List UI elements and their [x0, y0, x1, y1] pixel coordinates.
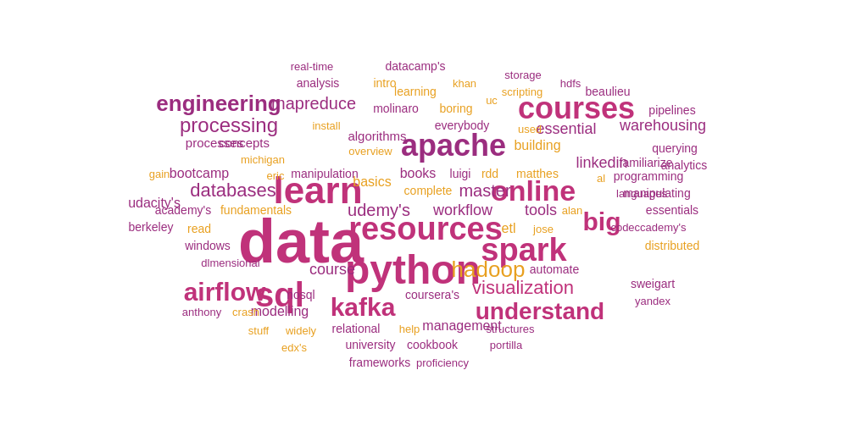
word-item: udacity's	[128, 196, 181, 211]
word-item: intro	[373, 76, 396, 90]
word-item: algorithms	[348, 129, 406, 143]
word-item: real-time	[291, 60, 334, 73]
word-item: essential	[536, 120, 596, 138]
word-item: nosql	[287, 288, 314, 301]
word-item: jose	[533, 223, 554, 235]
word-item: building	[514, 138, 560, 153]
word-item: yandex	[635, 295, 670, 307]
word-item: manipulation	[291, 167, 358, 180]
word-item: read	[187, 222, 211, 235]
word-item: structures	[486, 323, 534, 335]
word-item: databases	[190, 180, 276, 202]
word-item: essentials	[646, 203, 698, 217]
word-item: proficiency	[416, 356, 469, 369]
word-item: engineering	[156, 91, 281, 117]
word-item: portilla	[490, 339, 522, 351]
word-item: processing	[180, 113, 278, 137]
word-item: complete	[404, 184, 453, 197]
word-item: coursera's	[405, 288, 459, 301]
word-item: master	[459, 181, 510, 201]
word-item: cookbook	[407, 338, 458, 351]
word-item: programming	[614, 169, 683, 183]
word-item: luigi	[450, 167, 471, 180]
word-item: stuff	[248, 324, 269, 337]
word-item: berkeley	[129, 220, 174, 234]
word-item: boring	[440, 102, 473, 115]
word-item: querying	[652, 141, 698, 155]
word-item: analysis	[297, 76, 340, 90]
word-item: apache	[401, 128, 506, 163]
word-item: datacamp's	[385, 59, 445, 73]
word-item: khan	[453, 77, 476, 90]
word-item: university	[345, 338, 395, 351]
word-item: course	[309, 261, 355, 279]
word-item: eric	[267, 169, 285, 182]
word-item: uc	[486, 94, 498, 107]
word-cloud: datapythonsqlsparklearnresourcesonlineap…	[0, 0, 868, 442]
word-item: hdfs	[560, 77, 581, 90]
word-item: airflow	[184, 278, 266, 307]
word-item: help	[399, 323, 420, 335]
word-item: gain	[149, 168, 170, 180]
word-item: molinaro	[373, 102, 419, 115]
word-item: tools	[525, 202, 557, 219]
word-item: workflow	[433, 202, 492, 219]
word-item: visualization	[472, 277, 574, 299]
word-item: kafka	[331, 293, 396, 322]
word-item: fundamentals	[220, 203, 292, 217]
word-item: al	[597, 172, 605, 185]
word-item: automate	[530, 262, 579, 276]
word-item: widely	[286, 324, 316, 337]
word-item: frameworks	[349, 356, 410, 369]
word-item: used	[518, 123, 542, 135]
word-item: languages	[616, 187, 667, 200]
word-item: windows	[185, 239, 231, 252]
word-item: etl	[502, 221, 516, 236]
word-item: basics	[353, 174, 391, 190]
word-item: modelling	[251, 304, 309, 319]
word-item: scripting	[502, 86, 542, 98]
word-item: matthes	[516, 167, 559, 180]
word-item: warehousing	[620, 117, 706, 135]
word-item: codeccademy's	[610, 221, 686, 234]
word-item: edx's	[281, 341, 307, 354]
word-item: dlmensional	[201, 257, 259, 269]
word-item: sweigart	[631, 277, 675, 290]
word-item: udemy's	[348, 201, 410, 220]
word-item: books	[400, 166, 437, 181]
word-item: bootcamp	[170, 166, 229, 181]
word-item: everybody	[435, 119, 490, 132]
word-item: storage	[504, 69, 541, 81]
word-item: mapreduce	[271, 94, 356, 113]
word-item: alan	[562, 204, 583, 217]
word-item: anthony	[182, 306, 221, 318]
word-item: distributed	[645, 239, 700, 252]
word-item: relational	[332, 322, 381, 335]
word-item: beaulieu	[586, 85, 631, 98]
word-item: pipelines	[648, 103, 695, 117]
word-item: learning	[394, 85, 437, 98]
word-item: crash	[232, 306, 259, 318]
word-item: install	[312, 119, 340, 132]
word-item: michigan	[241, 153, 285, 166]
word-item: rdd	[481, 167, 498, 180]
word-item: overview	[348, 145, 392, 157]
word-item: concepts	[219, 135, 270, 150]
